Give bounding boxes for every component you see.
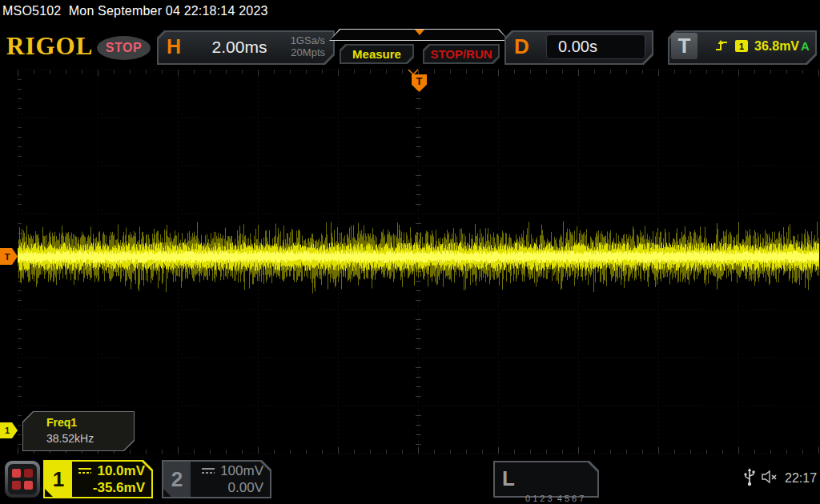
delay-label: D xyxy=(514,34,529,59)
channel1-number-tab: 1 xyxy=(45,462,72,497)
sample-rate: 1GSa/s xyxy=(291,34,325,46)
measure-button[interactable]: Measure xyxy=(340,44,414,64)
channel2-box[interactable]: 2 100mV 0.00V xyxy=(162,460,271,498)
delay-panel[interactable]: D 0.00s xyxy=(504,30,653,65)
delay-value-field: 0.00s xyxy=(546,34,645,59)
logic-channels-box[interactable]: L 0 1 2 3 4 5 6 7 8 9 1011 12131415 xyxy=(493,461,599,498)
trigger-slope-icon xyxy=(714,39,729,52)
channel2-scale: 100mV xyxy=(220,462,263,479)
timebase-value: 2.00ms xyxy=(195,38,283,57)
trigger-sweep-mode: A xyxy=(801,39,810,53)
trigger-tab: T xyxy=(671,33,697,59)
clock: 22:17 xyxy=(785,471,817,486)
acquisition-rates: 1GSa/s 20Mpts xyxy=(291,34,325,58)
trigger-level-marker[interactable]: T xyxy=(0,248,18,265)
memory-depth: 20Mpts xyxy=(291,46,325,58)
horizontal-panel[interactable]: H 2.00ms 1GSa/s 20Mpts xyxy=(157,30,335,65)
datetime: Mon September 04 22:18:14 2023 xyxy=(69,4,268,18)
trigger-panel[interactable]: T 1 36.8mV A xyxy=(668,30,817,65)
overview-trigger-marker[interactable] xyxy=(415,30,424,35)
horizontal-label: H xyxy=(167,35,181,58)
logic-row1: 0 1 2 3 4 5 6 7 xyxy=(525,492,601,504)
brand-logo: RIGOL xyxy=(6,32,93,61)
model-name: MSO5102 xyxy=(2,4,61,18)
channel1-box[interactable]: 1 10.0mV -35.6mV xyxy=(43,460,153,498)
measurement-popup[interactable]: Freq1 38.52kHz xyxy=(22,411,135,451)
graticule xyxy=(18,70,819,454)
dc-coupling-icon xyxy=(201,466,215,475)
channel1-waveform xyxy=(18,70,819,454)
stop-run-button[interactable]: STOP/RUN xyxy=(423,44,500,64)
usb-icon xyxy=(743,468,756,487)
trigger-source-badge: 1 xyxy=(735,40,748,52)
channel1-offset: -35.6mV xyxy=(78,479,145,496)
ch1-ground-marker[interactable]: 1 xyxy=(0,422,18,438)
trigger-position-chevron-icon xyxy=(408,69,419,75)
trigger-level-value: 36.8mV xyxy=(754,39,799,54)
acquisition-status-badge[interactable]: STOP xyxy=(97,36,151,60)
measurement-name: Freq1 xyxy=(46,416,77,429)
speaker-muted-icon xyxy=(761,470,778,484)
dc-coupling-icon xyxy=(78,466,92,475)
menu-button[interactable] xyxy=(5,461,40,498)
channel1-scale: 10.0mV xyxy=(97,462,145,479)
menu-icon xyxy=(8,464,37,494)
logic-label-tab: L xyxy=(498,466,519,491)
channel2-offset: 0.00V xyxy=(201,479,263,496)
oscilloscope-screen: MSO5102 Mon September 04 22:18:14 2023 R… xyxy=(0,0,820,504)
channel2-number-tab: 2 xyxy=(163,462,191,497)
measurement-value: 38.52kHz xyxy=(46,432,94,445)
titlebar: MSO5102 Mon September 04 22:18:14 2023 xyxy=(2,4,268,18)
